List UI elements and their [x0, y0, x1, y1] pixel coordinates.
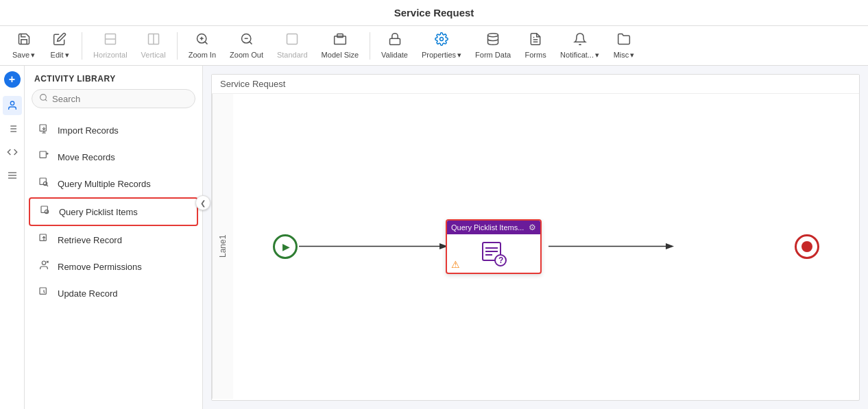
save-arrow: ▾	[31, 51, 35, 60]
activity-node[interactable]: Query Picklist Items... ⚙ ?	[446, 219, 542, 274]
svg-rect-11	[287, 34, 298, 45]
misc-label: Misc	[614, 51, 629, 59]
zoom-out-button[interactable]: Zoom Out	[224, 29, 269, 62]
move-records-label: Move Records	[58, 152, 115, 162]
svg-line-5	[205, 42, 208, 45]
horizontal-icon	[104, 32, 117, 49]
flow-start-node[interactable]: ▶	[273, 234, 298, 259]
vertical-label: Vertical	[141, 51, 166, 59]
svg-rect-31	[40, 125, 46, 131]
activity-node-svg-icon: ?	[480, 240, 507, 267]
play-icon: ▶	[282, 241, 290, 252]
vertical-icon	[147, 32, 160, 49]
form-data-icon	[486, 32, 500, 49]
flow-end-inner	[801, 241, 812, 252]
flow-end-node[interactable]	[795, 234, 819, 259]
standard-button[interactable]: Standard	[272, 29, 313, 62]
misc-arrow: ▾	[630, 51, 634, 60]
misc-button[interactable]: Misc ▾	[607, 29, 640, 62]
properties-icon	[435, 32, 448, 49]
sep3	[370, 32, 370, 60]
add-nav-icon[interactable]: +	[4, 71, 21, 88]
move-records-icon	[38, 150, 51, 164]
zoom-in-button[interactable]: Zoom In	[183, 29, 221, 62]
model-size-button[interactable]: Model Size	[316, 29, 364, 62]
sidebar-item-remove-permissions[interactable]: Remove Permissions	[29, 253, 198, 280]
sidebar-item-retrieve-record[interactable]: Retrieve Record	[29, 227, 198, 253]
svg-rect-14	[389, 38, 400, 45]
save-button[interactable]: Save ▾	[7, 29, 40, 62]
save-label: Save	[12, 51, 29, 59]
canvas-lane: Lane1	[212, 94, 859, 399]
svg-point-15	[440, 37, 444, 40]
import-records-label: Import Records	[58, 125, 119, 136]
lane-content: ▶ Query Picklist Items... ⚙	[233, 94, 859, 399]
sidebar-item-import-records[interactable]: Import Records	[29, 117, 198, 143]
canvas-area: Service Request Lane1	[203, 66, 868, 409]
sep1	[82, 32, 82, 60]
query-multiple-label: Query Multiple Records	[58, 179, 151, 189]
save-icon	[17, 32, 31, 49]
svg-point-29	[40, 95, 47, 101]
collapse-icon: ❮	[200, 199, 206, 207]
svg-line-35	[47, 185, 48, 186]
notifications-icon	[573, 32, 587, 49]
svg-point-16	[488, 34, 498, 37]
zoom-in-label: Zoom In	[189, 51, 216, 59]
sidebar-item-update-record[interactable]: Update Record	[29, 280, 198, 306]
main-layout: + ACTIVITY LIBRARY	[0, 66, 868, 409]
forms-button[interactable]: Forms	[519, 29, 552, 62]
form-data-label: Form Data	[475, 51, 511, 59]
toolbar: Save ▾ Edit ▾ Horizontal Vertical Zoom	[0, 26, 868, 66]
edit-icon	[53, 32, 67, 49]
vertical-button[interactable]: Vertical	[136, 29, 171, 62]
import-records-icon	[38, 123, 51, 137]
activity-node-title: Query Picklist Items...	[451, 223, 524, 232]
forms-icon	[529, 32, 542, 49]
page-title: Service Request	[394, 7, 474, 18]
edit-arrow: ▾	[65, 51, 69, 60]
svg-line-30	[45, 99, 47, 101]
update-record-icon	[38, 286, 51, 300]
user-nav-icon[interactable]	[3, 96, 22, 115]
retrieve-record-label: Retrieve Record	[58, 235, 122, 245]
search-input[interactable]	[52, 94, 188, 104]
list2-nav-icon[interactable]	[3, 166, 22, 185]
misc-icon	[617, 32, 631, 49]
notifications-button[interactable]: Notificat... ▾	[555, 29, 605, 62]
model-size-icon	[333, 32, 347, 49]
list-nav-icon[interactable]	[3, 119, 22, 138]
svg-text:?: ?	[46, 211, 47, 214]
sidebar-item-move-records[interactable]: Move Records	[29, 144, 198, 170]
form-data-button[interactable]: Form Data	[470, 29, 516, 62]
query-multiple-icon	[38, 177, 51, 190]
activity-node-header: Query Picklist Items... ⚙	[447, 221, 540, 234]
sidebar-item-query-multiple[interactable]: Query Multiple Records	[29, 171, 198, 197]
sidebar-item-query-picklist[interactable]: ? Query Picklist Items	[29, 197, 198, 226]
svg-rect-43	[40, 288, 46, 294]
forms-label: Forms	[525, 51, 546, 59]
zoom-out-icon	[240, 32, 254, 49]
zoom-out-label: Zoom Out	[230, 51, 263, 59]
properties-button[interactable]: Properties ▾	[416, 29, 467, 62]
activity-library-sidebar: ACTIVITY LIBRARY Import Records Move Rec…	[25, 66, 203, 409]
horizontal-label: Horizontal	[93, 51, 128, 59]
edit-button[interactable]: Edit ▾	[43, 29, 76, 62]
remove-permissions-label: Remove Permissions	[58, 262, 142, 272]
query-picklist-icon: ?	[40, 205, 52, 219]
flow-arrows	[233, 94, 859, 399]
validate-button[interactable]: Validate	[376, 29, 413, 62]
search-box[interactable]	[32, 89, 195, 108]
sidebar-collapse-button[interactable]: ❮	[195, 195, 210, 210]
activity-node-warning: ⚠	[451, 259, 460, 270]
svg-point-19	[10, 101, 14, 105]
search-icon	[39, 93, 48, 104]
standard-label: Standard	[277, 51, 308, 59]
activity-node-gear[interactable]: ⚙	[529, 223, 536, 232]
activity-node-body: ? ⚠	[447, 234, 540, 273]
horizontal-button[interactable]: Horizontal	[88, 29, 133, 62]
canvas-title: Service Request	[212, 75, 859, 94]
validate-label: Validate	[381, 51, 408, 59]
svg-rect-32	[40, 151, 46, 158]
code-nav-icon[interactable]	[3, 142, 22, 162]
